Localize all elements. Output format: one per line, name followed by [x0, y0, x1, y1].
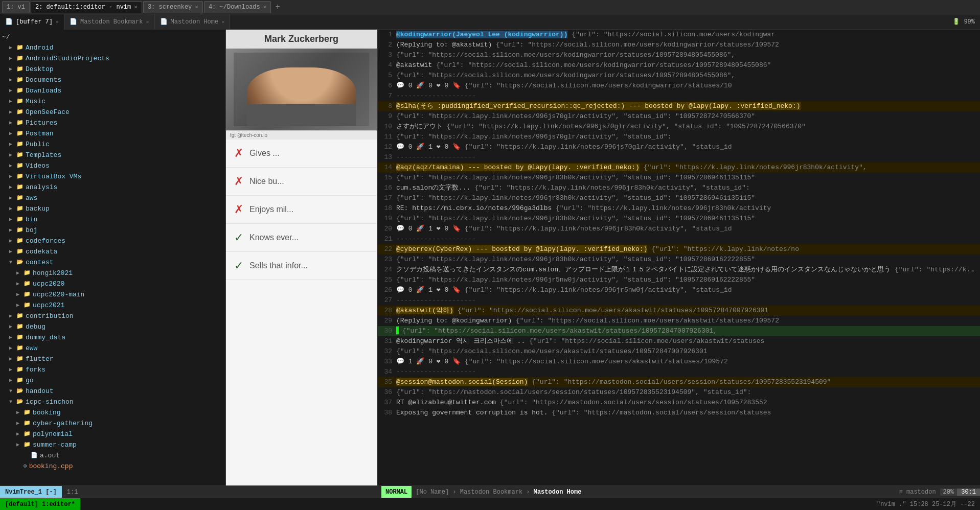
buffer-tab-3[interactable]: 📄 Mastodon Home ✕ [155, 14, 231, 30]
buffer-bar: 📄 [buffer 7] ✕ 📄 Mastodon Bookmark ✕ 📄 M… [0, 14, 980, 30]
list-item[interactable]: ▶ 📁Desktop [0, 64, 225, 75]
list-item[interactable]: ▼ 📂icpc-sinchon [0, 397, 225, 407]
list-item[interactable]: ▶ 📁ucpc2020 [0, 279, 225, 289]
cursor-position: 30:1 [957, 489, 980, 496]
code-line-20: 20 💬 0 🚀 1 ❤️ 0 🔖 {"url": "https://k.lap… [378, 224, 980, 234]
list-item[interactable]: 📄a.out [0, 450, 225, 461]
code-line-13: 13 -------------------- [378, 152, 980, 163]
bottom-bar: [default] 1:editor* "nvim ." 15:28 25-12… [0, 498, 980, 510]
list-item[interactable]: ▶ 📁hongik2021 [0, 268, 225, 279]
tab-2-close[interactable]: ✕ [134, 4, 138, 10]
file-tree[interactable]: ~/ ▶ 📁Android ▶ 📁AndroidStudioProjects ▶… [0, 30, 225, 485]
tmux-session-label: [default] 1:editor* [0, 498, 80, 510]
buffer-3-icon: 📄 [160, 18, 168, 26]
code-line-23: 23 {"url": "https://k.lapy.link/notes/99… [378, 254, 980, 265]
code-line-30: 30 ▋{"url": "https://social.silicon.moe/… [378, 326, 980, 336]
list-item[interactable]: ▶ 📁Postman [0, 128, 225, 139]
tab-1[interactable]: 1: vi [2, 1, 30, 13]
list-item[interactable]: ⊙booking.cpp [0, 461, 225, 472]
list-item[interactable]: ▶ 📁Videos [0, 160, 225, 171]
code-line-1: 1 @kodingwarrior(Jaeyeol Lee (kodingwarr… [378, 30, 980, 40]
list-item[interactable]: ▶ 📁debug [0, 321, 225, 332]
code-line-11: 11 {"url": "https://k.lapy.link/notes/99… [378, 132, 980, 142]
list-item[interactable]: ▶ 📁bin [0, 214, 225, 225]
list-item[interactable]: ▶ 📁AndroidStudioProjects [0, 53, 225, 64]
list-item[interactable]: ▶ 📁booking [0, 407, 225, 418]
new-tab-button[interactable]: + [272, 3, 283, 12]
list-item[interactable]: ▶ 📁OpenSeeFace [0, 107, 225, 118]
list-item[interactable]: ▶ 📁forks [0, 364, 225, 375]
list-item[interactable]: ▶ 📁Pictures [0, 118, 225, 128]
list-item[interactable]: ▶ 📁flutter [0, 354, 225, 364]
code-line-33: 33 💬 1 🚀 0 ❤️ 0 🔖 {"url": "https://socia… [378, 357, 980, 367]
presentation-photo [234, 53, 370, 126]
scroll-percent: 20% [940, 489, 958, 496]
code-line-29: 29 (Replying to: @kodingwarrior) {"url":… [378, 316, 980, 326]
code-line-26: 26 💬 0 🚀 1 ❤️ 0 🔖 {"url": "https://k.lap… [378, 285, 980, 295]
code-line-12: 12 💬 0 🚀 1 ❤️ 0 🔖 {"url": "https://k.lap… [378, 142, 980, 152]
list-item[interactable]: ▶ 📁boj [0, 225, 225, 236]
list-item[interactable]: ▶ 📁polynomial [0, 429, 225, 439]
nvim-status-bar: NvimTree_1 [-] 1:1 NORMAL [No Name] › Ma… [0, 485, 980, 498]
list-item[interactable]: ▶ 📁ucpc2020-main [0, 289, 225, 300]
list-item[interactable]: ▶ 📁eww [0, 343, 225, 354]
list-item[interactable]: ▶ 📁Music [0, 96, 225, 107]
pres-item-3: ✗ Enjoys mil... [226, 196, 377, 224]
tab-4-close[interactable]: ✕ [263, 4, 267, 10]
list-item[interactable]: ▶ 📁Android [0, 42, 225, 53]
nvim-info: "nvim ." 15:28 25-12月 --22 [872, 500, 980, 508]
buffer-3-label: Mastodon Home [171, 18, 219, 26]
pres-text-1: Gives ... [249, 149, 280, 158]
list-item[interactable]: ▶ 📁Downloads [0, 85, 225, 96]
list-item[interactable]: ▶ 📁backup [0, 203, 225, 214]
list-item[interactable]: ▶ 📁summer-camp [0, 439, 225, 450]
code-line-17: 17 {"url": "https://k.lapy.link/notes/99… [378, 193, 980, 203]
buffer-2-close[interactable]: ✕ [146, 19, 149, 25]
code-panel[interactable]: 1 @kodingwarrior(Jaeyeol Lee (kodingwarr… [378, 30, 980, 485]
nvimtree-label: NvimTree_1 [-] [0, 486, 62, 498]
buffer-tab-2[interactable]: 📄 Mastodon Bookmark ✕ [64, 14, 154, 30]
status-mid: 1:1 [62, 489, 381, 496]
pres-item-4: ✓ Knows ever... [226, 224, 377, 252]
list-item[interactable]: ▶ 📁Templates [0, 150, 225, 160]
tab-3-close[interactable]: ✕ [195, 4, 198, 10]
x-icon-2: ✗ [234, 175, 243, 188]
pres-item-1: ✗ Gives ... [226, 140, 377, 168]
pres-item-5: ✓ Sells that infor... [226, 252, 377, 280]
code-line-6: 6 💬 0 🚀 0 ❤️ 0 🔖 {"url": "https://social… [378, 81, 980, 91]
presentation-panel: Mark Zuckerberg fgt @tech-con.io ✗ Gives… [226, 30, 377, 485]
buffer-3-close[interactable]: ✕ [221, 19, 224, 25]
tab-bar: 1: vi 2: default:1:editor - nvim ✕ 3: sc… [0, 0, 980, 14]
code-line-2: 2 (Replying to: @akastwit) {"url": "http… [378, 40, 980, 50]
list-item[interactable]: ▶ 📁dummy_data [0, 332, 225, 343]
code-line-16: 16 cum.salonの文字数... {"url": "https://k.l… [378, 183, 980, 193]
list-item[interactable]: ▶ 📁Documents [0, 75, 225, 85]
list-item[interactable]: ▶ 📁go [0, 375, 225, 386]
list-item[interactable]: ▶ 📁Public [0, 139, 225, 150]
list-item[interactable]: ▶ 📁ucpc2021 [0, 300, 225, 311]
tab-2[interactable]: 2: default:1:editor - nvim ✕ [31, 1, 142, 13]
tab-3[interactable]: 3: screenkey ✕ [143, 1, 203, 13]
code-line-10: 10 さすがにアウト {"url": "https://k.lapy.link/… [378, 122, 980, 132]
x-icon-1: ✗ [234, 147, 243, 160]
code-line-18: 18 RE: https://mi.cbrx.io/notes/996ga3dl… [378, 203, 980, 214]
tab-4[interactable]: 4: ~/Downloads ✕ [204, 1, 271, 13]
list-item[interactable]: ▼ 📂handout [0, 386, 225, 397]
code-line-24: 24 クソデカ投稿を送ってきたインスタンスのcum.salon、アップロード上限… [378, 265, 980, 275]
tab-1-label: 1: vi [7, 4, 25, 11]
buffer-2-label: Mastodon Bookmark [80, 18, 143, 26]
buffer-1-icon: 📄 [5, 18, 13, 26]
buffer-tab-1[interactable]: 📄 [buffer 7] ✕ [0, 14, 64, 30]
list-item[interactable]: ▶ 📁analysis [0, 182, 225, 193]
list-item[interactable]: ▶ 📁cyber-gathering [0, 418, 225, 429]
list-item[interactable]: ▼ 📂contest [0, 257, 225, 268]
list-item[interactable]: ▶ 📁contribution [0, 311, 225, 321]
list-item[interactable]: ▶ 📁codeforces [0, 236, 225, 246]
code-line-37: 37 RT @elizableu@twitter.com {"url": "ht… [378, 398, 980, 408]
code-line-27: 27 -------------------- [378, 295, 980, 306]
list-item[interactable]: ▶ 📁codekata [0, 246, 225, 257]
code-line-22: 22 @cyberrex(CyberRex) --- boosted by @l… [378, 244, 980, 254]
list-item[interactable]: ▶ 📁VirtualBox VMs [0, 171, 225, 182]
buffer-1-close[interactable]: ✕ [56, 19, 59, 25]
list-item[interactable]: ▶ 📁aws [0, 193, 225, 203]
